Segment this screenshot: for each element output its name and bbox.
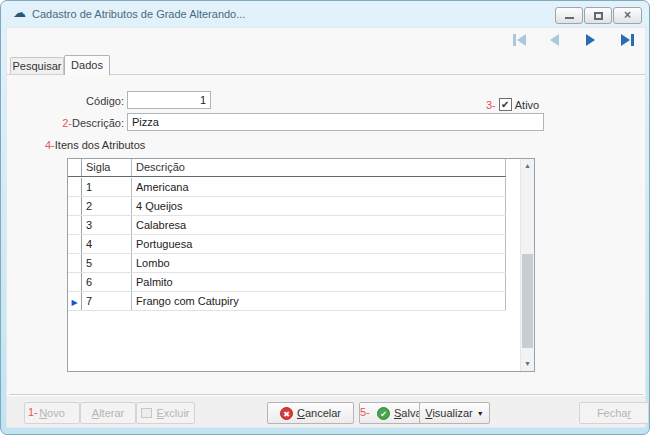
cell-sigla[interactable]: 3 (82, 216, 132, 234)
ativo-number: 3- (486, 99, 496, 111)
maximize-button[interactable] (584, 7, 612, 24)
novo-number: 1- (28, 406, 38, 418)
ativo-field: 3- ✔ Ativo (486, 98, 539, 111)
row-indicator-cell (68, 254, 82, 272)
app-window: ☁ Cadastro de Atributos de Grade Alteran… (0, 0, 650, 435)
cell-descricao[interactable]: 4 Queijos (132, 197, 506, 215)
cell-sigla[interactable]: 1 (82, 178, 132, 196)
row-indicator-cell (68, 273, 82, 291)
excluir-icon (141, 408, 152, 418)
scroll-down-icon[interactable]: ▼ (521, 357, 534, 371)
button-panel: 1- Novo Alterar Excluir ✖Cancelar 5- ✔Sa… (7, 396, 645, 427)
check-icon: ✔ (501, 99, 509, 110)
salvar-number: 5- (360, 406, 370, 418)
table-row[interactable]: 2 4 Queijos (68, 197, 506, 216)
last-record-button[interactable] (621, 34, 634, 46)
items-caption-text: Itens dos Atributos (55, 139, 146, 151)
table-row[interactable]: 4 Portuguesa (68, 235, 506, 254)
minimize-button[interactable] (555, 7, 583, 24)
chevron-down-icon: ▼ (477, 410, 484, 417)
grid-indicator-column-header (68, 159, 82, 176)
table-row-selected[interactable]: ▶ 7 Frango com Catupiry (68, 292, 506, 311)
last-record-icon-bar (631, 34, 634, 46)
excluir-button[interactable]: Excluir (136, 402, 195, 424)
last-record-icon (621, 34, 630, 46)
title-bar[interactable]: ☁ Cadastro de Atributos de Grade Alteran… (1, 1, 649, 27)
codigo-label: Código: (27, 95, 124, 107)
ativo-label: Ativo (515, 99, 539, 111)
items-caption: 4-Itens dos Atributos (45, 139, 145, 151)
previous-record-button[interactable] (550, 34, 559, 46)
close-button[interactable]: × (613, 7, 642, 24)
descricao-number: 2- (62, 117, 72, 129)
attributes-grid: Sigla Descrição 1 Americana 2 4 Queijos … (67, 158, 535, 372)
cell-descricao[interactable]: Lombo (132, 254, 506, 272)
grid-vertical-scrollbar[interactable]: ▲ ▼ (520, 159, 534, 371)
selected-row-pointer-icon: ▶ (71, 298, 77, 307)
row-indicator-cell (68, 178, 82, 196)
cancelar-button[interactable]: ✖Cancelar (267, 402, 354, 424)
grid-column-sigla[interactable]: Sigla (82, 159, 132, 176)
grid-header: Sigla Descrição (68, 159, 506, 177)
row-indicator-cell (68, 235, 82, 253)
save-icon: ✔ (377, 407, 390, 420)
previous-record-icon (550, 34, 559, 46)
grid-column-descricao[interactable]: Descrição (132, 159, 506, 176)
first-record-icon (513, 34, 516, 46)
cloud-icon: ☁ (13, 5, 26, 20)
alterar-button[interactable]: Alterar (80, 402, 136, 424)
cell-descricao[interactable]: Frango com Catupiry (132, 292, 506, 310)
grid-rows: 1 Americana 2 4 Queijos 3 Calabresa 4 Po… (68, 178, 506, 311)
cell-descricao[interactable]: Calabresa (132, 216, 506, 234)
scroll-up-icon[interactable]: ▲ (521, 159, 534, 173)
window-title: Cadastro de Atributos de Grade Alterando… (32, 8, 245, 20)
table-row[interactable]: 6 Palmito (68, 273, 506, 292)
descricao-input[interactable] (127, 113, 544, 131)
minimize-icon (565, 17, 574, 19)
descricao-label-text: Descrição: (72, 117, 124, 129)
fechar-button[interactable]: Fechar (579, 402, 649, 424)
next-record-icon (586, 34, 595, 46)
visualizar-button[interactable]: Visualizar▼ (419, 402, 490, 424)
row-indicator-cell (68, 197, 82, 215)
cell-sigla[interactable]: 2 (82, 197, 132, 215)
scrollbar-thumb[interactable] (522, 254, 533, 348)
ativo-checkbox[interactable]: ✔ (499, 98, 512, 111)
cell-sigla[interactable]: 6 (82, 273, 132, 291)
tab-pesquisar[interactable]: Pesquisar (10, 57, 64, 75)
cell-sigla[interactable]: 7 (82, 292, 132, 310)
cell-descricao[interactable]: Americana (132, 178, 506, 196)
client-area: Pesquisar Dados Código: 2-Descrição: 3- … (6, 27, 646, 428)
items-number: 4- (45, 139, 55, 151)
table-row[interactable]: 3 Calabresa (68, 216, 506, 235)
cell-sigla[interactable]: 4 (82, 235, 132, 253)
row-indicator-cell: ▶ (68, 292, 82, 310)
first-record-icon-arrow (517, 34, 526, 46)
codigo-input[interactable] (127, 91, 211, 109)
table-row[interactable]: 5 Lombo (68, 254, 506, 273)
row-indicator-cell (68, 216, 82, 234)
next-record-button[interactable] (586, 34, 595, 46)
cell-descricao[interactable]: Portuguesa (132, 235, 506, 253)
table-row[interactable]: 1 Americana (68, 178, 506, 197)
maximize-icon (594, 12, 603, 20)
cell-sigla[interactable]: 5 (82, 254, 132, 272)
cell-descricao[interactable]: Palmito (132, 273, 506, 291)
cancel-icon: ✖ (280, 407, 293, 420)
descricao-label: 2-Descrição: (21, 117, 124, 129)
first-record-button[interactable] (513, 34, 526, 46)
tab-dados[interactable]: Dados (64, 55, 110, 75)
